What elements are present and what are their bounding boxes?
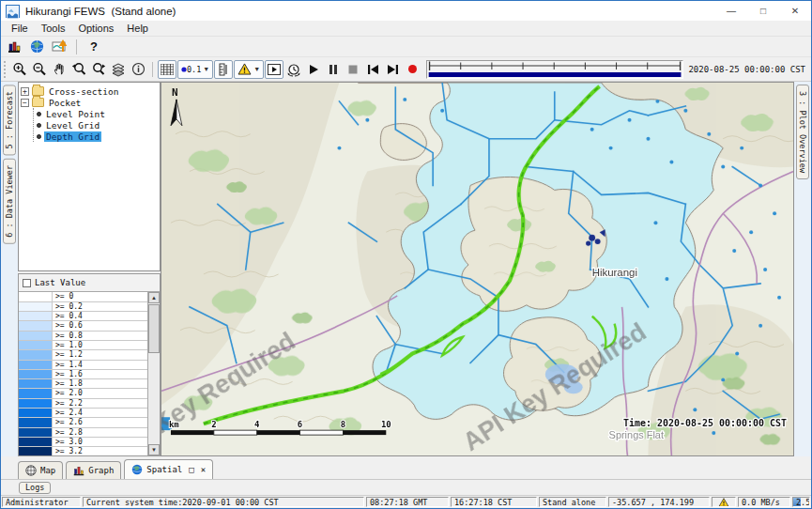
legend-row[interactable]: >= 2.8 [19,428,147,438]
class-break-dropdown[interactable]: 0.1 ▼ [177,60,213,79]
legend-row[interactable]: >= 0 [19,292,147,301]
legend-row[interactable]: >= 1.4 [19,361,147,370]
tree-item-label: Level Grid [44,120,101,131]
toolbar-grip[interactable] [4,61,7,78]
legend-row[interactable]: >= 0.4 [19,312,147,321]
status-memory: 2.5 GB [792,497,810,507]
toolbar-separator [76,39,77,54]
tree-item-level-point[interactable]: Level Point [37,108,158,119]
status-user: Administrator [2,497,81,507]
map-view[interactable]: API Key Required API Key Required N Hiku… [161,82,794,456]
explorer-icon[interactable] [5,38,23,56]
app-icon [6,5,20,18]
legend-row[interactable]: >= 1.6 [19,370,147,379]
play-button[interactable] [304,60,323,79]
class-break-value: 0.1 [187,65,201,74]
tree-item-level-grid[interactable]: Level Grid [37,119,158,131]
status-system-time: Current system time:2020-09-01 00:00 CST [83,497,364,507]
legend-scrollbar[interactable]: ▲ ▼ [147,292,160,455]
tree-item-pocket[interactable]: − Pocket [21,97,158,108]
title-bar: Hikurangi FEWS (Stand alone) — □ ✕ [1,1,811,21]
tab-plot-overview[interactable]: 3 : Plot Overview [796,85,809,179]
tab-map[interactable]: Map [18,461,63,479]
scroll-down-icon[interactable]: ▼ [148,444,160,455]
legend-panel: Last Value >= 0>= 0.2>= 0.4>= 0.6>= 0.8>… [18,273,161,456]
menu-help[interactable]: Help [120,22,155,35]
tab-close-icon[interactable]: ✕ [201,465,206,474]
help-button[interactable]: ? [84,38,103,56]
animation-window-button[interactable] [265,60,283,79]
menu-file[interactable]: File [5,22,35,35]
tab-logs[interactable]: Logs [19,482,51,494]
minimize-button[interactable]: — [715,1,747,21]
svg-text:10: 10 [381,420,391,429]
chart-display-icon[interactable] [50,38,69,56]
legend-row[interactable]: >= 0.8 [19,332,147,341]
menu-options[interactable]: Options [71,22,120,35]
current-timestep-display: 2020-08-25 00:00:00 CST [688,65,807,74]
legend-color-swatch [19,302,53,311]
skip-to-start-button[interactable] [363,60,382,79]
record-button[interactable] [403,60,421,79]
legend-color-swatch [19,341,53,349]
legend-row-label: >= 0.4 [53,312,147,320]
status-local-time: 16:27:18 CST [451,497,537,507]
legend-row[interactable]: >= 0.2 [19,302,147,312]
maximize-button[interactable]: □ [747,1,779,21]
expand-icon[interactable]: + [21,87,29,96]
svg-text:N: N [172,86,178,99]
legend-row[interactable]: >= 2.6 [19,418,147,427]
stop-button[interactable] [344,60,362,79]
scalebar-toggle-button[interactable] [214,60,233,79]
warning-threshold-dropdown[interactable]: ▼ [234,60,264,79]
layer-bullet-icon [37,123,41,128]
grid-layer-button[interactable] [158,60,176,79]
legend-row[interactable]: >= 2.2 [19,399,147,409]
tab-forecast[interactable]: 5 : Forecast [3,85,16,155]
svg-text:2: 2 [211,420,216,429]
status-warning-cell[interactable] [712,497,736,507]
menu-tools[interactable]: Tools [35,22,72,35]
legend-row[interactable]: >= 1.8 [19,379,147,389]
legend-row[interactable]: >= 2.0 [19,389,147,398]
legend-row[interactable]: >= 1.0 [19,341,147,350]
tree-item-cross-section[interactable]: + Cross-section [21,85,158,97]
skip-to-end-button[interactable] [383,60,402,79]
tab-maximize-icon[interactable]: □ [189,465,193,474]
layers-icon[interactable] [109,60,128,79]
legend-row[interactable]: >= 3.0 [19,438,147,447]
last-value-checkbox[interactable] [23,279,31,287]
tab-graph[interactable]: Graph [66,461,121,479]
time-step-icon[interactable] [284,60,303,79]
scroll-up-icon[interactable]: ▲ [148,292,160,303]
legend-row[interactable]: >= 0.6 [19,321,147,331]
tree-item-label-selected: Depth Grid [44,131,101,142]
pause-button[interactable] [324,60,343,79]
zoom-out-icon[interactable] [30,60,49,79]
label-springs-flat: Springs Flat [609,429,664,440]
legend-row-label: >= 1.4 [53,361,147,369]
scrollbar-thumb[interactable] [148,304,160,353]
globe-icon[interactable] [27,38,46,56]
status-bar: Administrator Current system time:2020-0… [1,495,811,508]
time-slider[interactable] [426,60,683,79]
svg-text:8: 8 [341,420,345,429]
tab-data-viewer[interactable]: 6 : Data Viewer [3,159,16,244]
legend-row[interactable]: >= 2.4 [19,409,147,418]
scrollbar-track[interactable] [148,303,160,444]
map-toolbar: 0.1 ▼ ▼ [1,56,811,82]
tab-spatial[interactable]: Spatial □ ✕ [124,459,213,479]
legend-row[interactable]: >= 3.2 [19,447,147,455]
legend-row-label: >= 2.2 [53,399,147,408]
tree-item-depth-grid[interactable]: Depth Grid [37,131,158,142]
info-icon[interactable] [129,60,147,79]
legend-row[interactable]: >= 1.2 [19,350,147,360]
legend-row-label: >= 0 [53,292,147,301]
collapse-icon[interactable]: − [21,99,29,107]
layer-tree: + Cross-section − Pocket Level Point [18,82,161,271]
pan-hand-icon[interactable] [50,60,69,79]
close-button[interactable]: ✕ [779,1,811,21]
zoom-next-icon[interactable] [89,60,108,79]
zoom-previous-icon[interactable] [69,60,88,79]
zoom-in-icon[interactable] [10,60,29,79]
